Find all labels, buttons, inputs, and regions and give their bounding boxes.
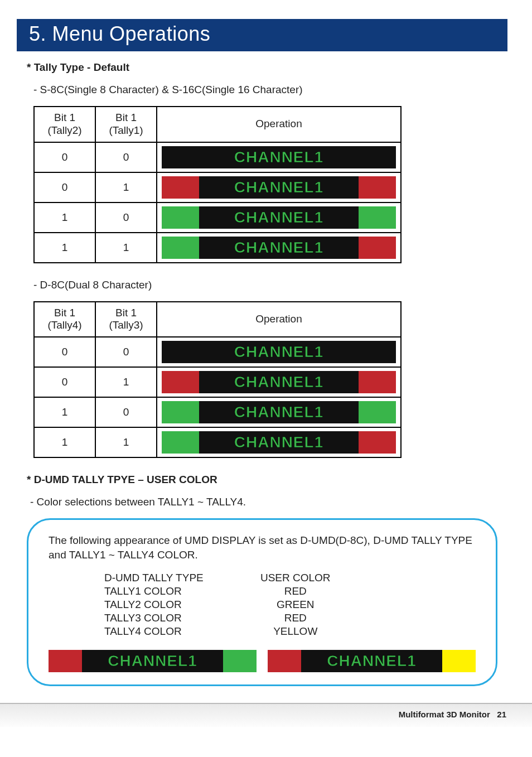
channel-label: CHANNEL1 xyxy=(108,652,197,670)
tally-left xyxy=(162,206,199,229)
operation-cell: CHANNEL1 xyxy=(157,233,401,263)
channel-label: CHANNEL1 xyxy=(234,179,323,196)
tally-label-wrap: CHANNEL1 xyxy=(199,401,359,423)
setting-label: TALLY4 COLOR xyxy=(104,625,204,638)
footer-bar: Multiformat 3D Monitor 21 xyxy=(0,703,532,727)
tally-bar: CHANNEL1 xyxy=(162,341,396,363)
callout-box: The following appearance of UMD DISPLAY … xyxy=(27,518,497,686)
tally-bar: CHANNEL1 xyxy=(162,237,396,259)
tally-type-heading: * Tally Type - Default xyxy=(27,61,497,74)
tally-label-wrap: CHANNEL1 xyxy=(199,146,359,168)
tally-right xyxy=(359,401,396,423)
setting-label: TALLY2 COLOR xyxy=(104,599,204,611)
tally-label-wrap: CHANNEL1 xyxy=(301,650,443,672)
bit-cell: 1 xyxy=(95,233,157,263)
table-row: 10CHANNEL1 xyxy=(34,397,401,427)
col-header: Bit 1 (Tally3) xyxy=(95,302,157,337)
bit-cell: 0 xyxy=(95,142,157,172)
user-color-note: - Color selections between TALLY1 ~ TALL… xyxy=(30,496,497,508)
setting-value: GREEN xyxy=(248,599,343,611)
col-header: Operation xyxy=(157,107,401,142)
channel-label: CHANNEL1 xyxy=(234,239,323,257)
tally-left xyxy=(162,341,199,363)
bit-cell: 0 xyxy=(95,202,157,233)
tally-bar: CHANNEL1 xyxy=(162,206,396,229)
tally-left xyxy=(162,237,199,259)
settings-list: D-UMD TALLY TYPETALLY1 COLORTALLY2 COLOR… xyxy=(104,572,476,638)
bit-cell: 1 xyxy=(95,172,157,202)
bit-cell: 1 xyxy=(34,233,95,263)
channel-label: CHANNEL1 xyxy=(234,403,323,421)
tally-table-s8c: Bit 1 (Tally2) Bit 1 (Tally1) Operation … xyxy=(33,106,402,263)
tally-table-d8c: Bit 1 (Tally4) Bit 1 (Tally3) Operation … xyxy=(33,301,402,459)
callout-intro: The following appearance of UMD DISPLAY … xyxy=(49,533,476,562)
bit-cell: 0 xyxy=(34,367,95,397)
tally-left xyxy=(49,650,82,672)
tally-label-wrap: CHANNEL1 xyxy=(199,206,359,229)
tally-label-wrap: CHANNEL1 xyxy=(199,341,359,363)
col-header: Operation xyxy=(157,302,401,337)
bit-cell: 1 xyxy=(34,397,95,427)
col-header: Bit 1 (Tally2) xyxy=(34,107,95,142)
tally-right xyxy=(442,650,476,672)
channel-label: CHANNEL1 xyxy=(327,652,416,670)
table-row: 10CHANNEL1 xyxy=(34,202,401,233)
footer-page: 21 xyxy=(497,710,506,719)
tally-left xyxy=(162,146,199,168)
col-header: Bit 1 (Tally1) xyxy=(95,107,157,142)
setting-value: USER COLOR xyxy=(248,572,343,584)
bit-cell: 0 xyxy=(34,142,95,172)
bit-cell: 0 xyxy=(34,337,95,367)
s8c-note: - S-8C(Single 8 Character) & S-16C(Singl… xyxy=(33,84,497,96)
tally-bar: CHANNEL1 xyxy=(162,176,396,199)
channel-label: CHANNEL1 xyxy=(234,343,323,361)
bit-cell: 0 xyxy=(95,337,157,367)
tally-right xyxy=(359,431,396,454)
setting-value: YELLOW xyxy=(248,625,343,638)
tally-right xyxy=(359,237,396,259)
tally-label-wrap: CHANNEL1 xyxy=(199,371,359,393)
setting-label: TALLY3 COLOR xyxy=(104,612,204,624)
tally-bar: CHANNEL1 xyxy=(162,146,396,168)
tally-label-wrap: CHANNEL1 xyxy=(199,237,359,259)
tally-right xyxy=(359,176,396,199)
operation-cell: CHANNEL1 xyxy=(157,397,401,427)
operation-cell: CHANNEL1 xyxy=(157,172,401,202)
operation-cell: CHANNEL1 xyxy=(157,202,401,233)
user-color-heading: * D-UMD TALLY TPYE – USER COLOR xyxy=(27,474,497,486)
setting-value: RED xyxy=(248,585,343,597)
tally-right xyxy=(359,371,396,393)
operation-cell: CHANNEL1 xyxy=(157,142,401,172)
bit-cell: 1 xyxy=(34,427,95,457)
tally-right xyxy=(359,206,396,229)
tally-bar: CHANNEL1 xyxy=(162,431,396,454)
bit-cell: 1 xyxy=(95,427,157,457)
tally-label-wrap: CHANNEL1 xyxy=(82,650,224,672)
table-row: 01CHANNEL1 xyxy=(34,172,401,202)
tally-label-wrap: CHANNEL1 xyxy=(199,431,359,454)
d8c-note: - D-8C(Dual 8 Character) xyxy=(33,279,497,291)
bit-cell: 1 xyxy=(34,202,95,233)
channel-label: CHANNEL1 xyxy=(234,209,323,226)
setting-label: TALLY1 COLOR xyxy=(104,585,204,597)
table-row: 00CHANNEL1 xyxy=(34,337,401,367)
table-row: 00CHANNEL1 xyxy=(34,142,401,172)
table-row: 11CHANNEL1 xyxy=(34,233,401,263)
channel-label: CHANNEL1 xyxy=(234,373,323,391)
tally-bar: CHANNEL1 xyxy=(162,401,396,423)
tally-bar: CHANNEL1 xyxy=(162,371,396,393)
channel-label: CHANNEL1 xyxy=(234,148,323,166)
table-row: 11CHANNEL1 xyxy=(34,427,401,457)
bit-cell: 0 xyxy=(95,397,157,427)
tally-bar: CHANNEL1 xyxy=(49,650,257,672)
bit-cell: 1 xyxy=(95,367,157,397)
footer-title: Multiformat 3D Monitor xyxy=(399,710,490,719)
operation-cell: CHANNEL1 xyxy=(157,427,401,457)
tally-left xyxy=(162,401,199,423)
tally-right xyxy=(359,146,396,168)
channel-label: CHANNEL1 xyxy=(234,433,323,451)
section-header: 5. Menu Operations xyxy=(17,19,507,51)
tally-left xyxy=(268,650,301,672)
tally-right xyxy=(223,650,257,672)
tally-left xyxy=(162,431,199,454)
